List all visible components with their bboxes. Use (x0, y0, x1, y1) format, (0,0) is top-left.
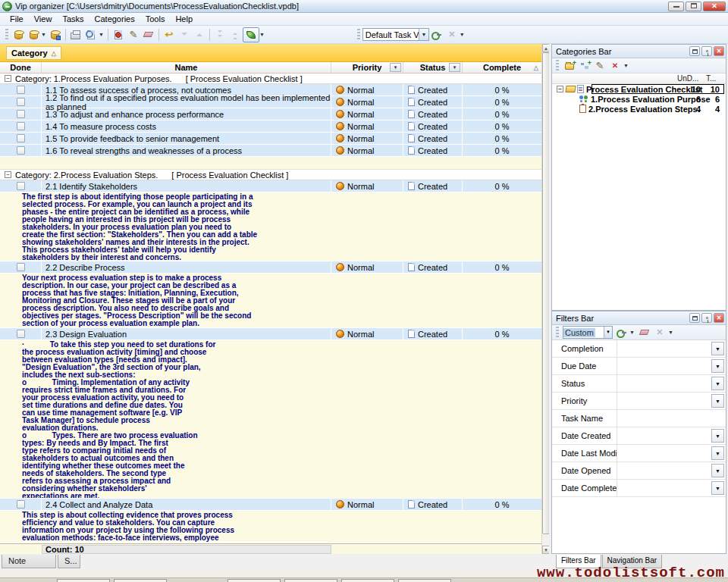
status-cell[interactable]: Created (403, 261, 463, 273)
status-cell[interactable]: Created (403, 133, 463, 144)
priority-cell[interactable]: Normal (331, 120, 403, 132)
cancel-filter-button[interactable]: ✕ (653, 327, 667, 339)
task-name[interactable]: 1.2 To find out if a specified process e… (42, 96, 331, 108)
filter-dropdown-button[interactable]: ▼ (711, 394, 724, 408)
priority-cell[interactable]: Normal (331, 180, 403, 192)
add-category-button[interactable]: + (563, 60, 576, 72)
tab-s[interactable]: S... (58, 555, 80, 568)
filter-dropdown-arrow[interactable]: ▼ (629, 330, 635, 335)
complete-cell[interactable]: 0 % (463, 145, 541, 156)
taskbar-button[interactable] (398, 579, 451, 582)
add-task-button[interactable] (111, 27, 126, 42)
minimize-button[interactable] (668, 2, 684, 11)
done-checkbox[interactable] (17, 500, 25, 508)
filter-value[interactable] (617, 462, 726, 479)
taskbar-button[interactable] (57, 579, 110, 582)
panel-close-button[interactable]: ✕ (714, 46, 724, 56)
task-name[interactable]: 1.5 To provide feedback to senior manage… (42, 133, 331, 144)
collapse-icon[interactable]: − (557, 86, 563, 92)
done-checkbox[interactable] (17, 182, 25, 190)
filter-dropdown-button[interactable]: ▼ (711, 359, 724, 373)
taskbar-button[interactable] (228, 579, 281, 582)
panel-restore-button[interactable] (689, 46, 700, 56)
task-row[interactable]: 2.1 Identify Stakeholders Normal Created… (0, 180, 541, 192)
complete-cell[interactable]: 0 % (463, 96, 541, 108)
complete-cell[interactable]: 0 % (463, 84, 541, 95)
priority-cell[interactable]: Normal (331, 261, 403, 273)
edit-category-button[interactable]: ✎ (593, 60, 607, 72)
task-name[interactable]: 2.1 Identify Stakeholders (42, 180, 331, 192)
complete-task-button[interactable]: ↩ (162, 27, 177, 42)
tab-note[interactable]: Note (2, 555, 56, 568)
combo-dropdown-icon[interactable]: ▼ (419, 29, 428, 40)
categories-more-arrow[interactable]: ▼ (623, 63, 629, 68)
task-name[interactable]: 2.4 Collect and Analyze Data (42, 499, 331, 510)
filter-dropdown-button[interactable]: ▼ (711, 446, 724, 460)
filter-value[interactable] (617, 445, 726, 462)
column-header-name[interactable]: Name (42, 62, 331, 73)
print-button[interactable] (68, 27, 83, 42)
apply-filter-button[interactable] (614, 327, 628, 339)
filters-more-arrow[interactable]: ▼ (668, 330, 673, 335)
panel-pin-button[interactable] (701, 313, 712, 323)
move-bottom-button[interactable] (212, 27, 228, 42)
task-name[interactable]: 1.6 To reveal strengths and weaknesses o… (42, 145, 331, 156)
done-checkbox[interactable] (17, 146, 25, 155)
priority-cell[interactable]: Normal (331, 145, 403, 156)
status-cell[interactable]: Created (403, 180, 463, 192)
task-view-button[interactable] (243, 27, 259, 42)
task-row[interactable]: 2.3 Design Evaluation Normal Created 0 % (0, 328, 541, 340)
move-top-button[interactable] (228, 27, 243, 42)
print-preview-button[interactable] (83, 27, 99, 42)
status-cell[interactable]: Created (403, 84, 463, 95)
task-row[interactable]: 1.3 To adjust and enhance process perfor… (0, 108, 541, 120)
complete-cell[interactable]: 0 % (463, 180, 541, 192)
edit-task-button[interactable]: ✎ (126, 27, 141, 42)
print-dropdown-arrow[interactable]: ▼ (99, 32, 104, 37)
priority-cell[interactable]: Normal (331, 96, 403, 108)
priority-cell[interactable]: Normal (331, 328, 403, 340)
task-name[interactable]: 2.2 Describe Process (42, 261, 331, 273)
task-row[interactable]: 1.2 To find out if a specified process e… (0, 96, 541, 108)
open-dropdown-arrow[interactable]: ▼ (41, 32, 46, 37)
task-name[interactable]: 2.3 Design Evaluation (42, 328, 331, 340)
complete-cell[interactable]: 0 % (463, 133, 541, 144)
column-header-priority[interactable]: Priority▼ (331, 62, 403, 73)
status-cell[interactable]: Created (403, 499, 463, 510)
menu-help[interactable]: Help (170, 14, 198, 24)
task-row[interactable]: 2.4 Collect and Analyze Data Normal Crea… (0, 499, 541, 511)
complete-cell[interactable]: 0 % (463, 328, 541, 340)
task-name[interactable]: 1.4 To measure process costs (42, 120, 331, 132)
filter-value[interactable] (617, 393, 726, 409)
task-row[interactable]: 1.5 To provide feedback to senior manage… (0, 133, 541, 145)
apply-view-button[interactable] (429, 27, 444, 42)
complete-cell[interactable]: 0 % (463, 261, 541, 273)
close-button[interactable]: ✕ (703, 2, 726, 11)
view-dropdown-arrow[interactable]: ▼ (259, 32, 265, 37)
filter-dropdown-button[interactable]: ▼ (711, 481, 724, 495)
filter-value[interactable] (617, 358, 726, 374)
menu-file[interactable]: File (5, 14, 29, 24)
done-checkbox[interactable] (17, 122, 25, 130)
status-filter-dropdown[interactable]: ▼ (449, 63, 460, 72)
priority-cell[interactable]: Normal (331, 84, 403, 95)
menu-categories[interactable]: Categories (89, 14, 140, 24)
filter-value[interactable] (617, 410, 726, 427)
undone-column-header[interactable]: UnD... (677, 74, 698, 83)
status-cell[interactable]: Created (403, 108, 463, 120)
task-row[interactable]: 2.2 Describe Process Normal Created 0 % (0, 261, 541, 274)
done-checkbox[interactable] (17, 134, 25, 142)
done-checkbox[interactable] (17, 263, 25, 271)
priority-cell[interactable]: Normal (331, 499, 403, 510)
priority-cell[interactable]: Normal (331, 108, 403, 120)
column-header-complete[interactable]: Complete△ (463, 62, 541, 73)
priority-cell[interactable]: Normal (331, 133, 403, 144)
task-row[interactable]: 1.4 To measure process costs Normal Crea… (0, 120, 541, 133)
group-row-2[interactable]: − Category: 2.Process Evaluation Steps. … (0, 170, 541, 180)
add-subcategory-button[interactable]: + (578, 60, 592, 72)
filter-dropdown-button[interactable]: ▼ (711, 464, 724, 477)
filter-value[interactable] (617, 375, 726, 392)
combo-dropdown-icon[interactable]: ▼ (604, 327, 612, 338)
task-view-combobox[interactable]: Default Task V ▼ (362, 28, 429, 41)
total-column-header[interactable]: T... (706, 74, 716, 83)
